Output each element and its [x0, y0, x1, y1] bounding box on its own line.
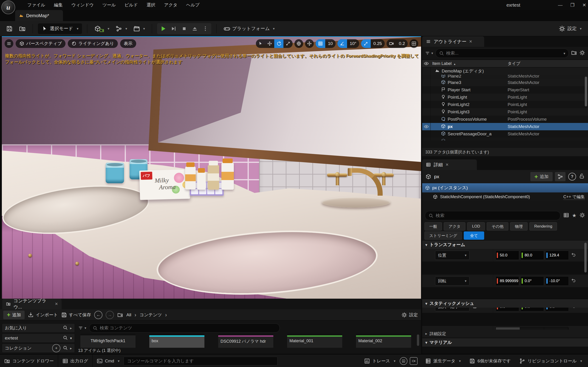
chip-misc[interactable]: その他 — [487, 222, 508, 231]
edit-cpp-link[interactable]: C++ で編集 — [563, 194, 585, 200]
snapshot-icon[interactable] — [410, 357, 418, 365]
menu-file[interactable]: ファイル — [23, 2, 50, 8]
derived-data-dropdown[interactable]: 派生データ — [421, 358, 465, 364]
asset-tile[interactable]: Material_001 — [287, 334, 342, 348]
move-tool-button[interactable] — [265, 39, 274, 48]
insights-icon[interactable] — [400, 357, 407, 365]
reset-location-button[interactable] — [571, 252, 576, 258]
cb-import-button[interactable]: インポート — [28, 312, 58, 318]
location-dropdown[interactable]: 位置 — [435, 251, 469, 260]
component-root-row[interactable]: px (インスタンス) — [422, 183, 588, 192]
rotation-y-field[interactable]: 0.0° — [520, 276, 544, 286]
details-search-input[interactable]: 検索 — [425, 211, 561, 220]
staticmesh-section-header[interactable]: スタティックメッシュ — [422, 299, 588, 308]
content-drawer-button[interactable]: コンテンツ ドロワー — [0, 354, 58, 367]
asset-tile[interactable]: Material_002 — [356, 334, 411, 348]
outliner-row-clipped[interactable]: Plane2 StaticMeshActor — [422, 75, 588, 79]
outliner-settings-button[interactable] — [579, 50, 585, 57]
location-y-field[interactable]: 80.0 — [520, 251, 544, 260]
outliner-filter-button[interactable] — [425, 51, 433, 56]
location-x-field[interactable]: 50.0 — [496, 251, 519, 260]
transform-section-header[interactable]: トランスフォーム — [422, 240, 588, 249]
view-mode-dropdown[interactable]: ライティングあり — [68, 39, 118, 48]
cb-search-input[interactable]: 検索 コンテンツ — [89, 323, 280, 333]
outliner-row[interactable]: PointLight PointLight — [422, 94, 588, 101]
chip-lod[interactable]: LOD — [467, 222, 485, 231]
breadcrumb-root[interactable]: All — [126, 312, 131, 317]
rotation-snap-control[interactable]: 10° — [337, 39, 359, 48]
search-icon[interactable] — [63, 325, 68, 331]
play-button[interactable] — [158, 24, 168, 34]
details-scrollbar[interactable] — [584, 243, 587, 273]
chip-rendering[interactable]: Rendering — [529, 222, 557, 231]
outliner-row[interactable]: PointLight2 PointLight — [422, 101, 588, 108]
perspective-dropdown[interactable]: パースペクティブ — [16, 39, 65, 48]
blueprints-button[interactable] — [113, 24, 129, 33]
menu-help[interactable]: ヘルプ — [182, 2, 204, 8]
save-button[interactable] — [4, 24, 15, 33]
close-icon[interactable] — [469, 39, 472, 44]
select-tool-button[interactable] — [256, 39, 265, 48]
unsaved-button[interactable]: 6個が未保存です — [465, 358, 515, 364]
column-type[interactable]: タイプ — [508, 61, 520, 66]
chip-general[interactable]: 一般 — [424, 222, 442, 231]
content-browser-tab[interactable]: コンテンツブラウ... — [2, 299, 61, 309]
revision-control-dropdown[interactable]: リビジョンコントロール — [515, 358, 588, 364]
cmd-dropdown[interactable]: Cmd — [93, 354, 124, 367]
menu-select[interactable]: 選択 — [142, 2, 160, 8]
rotation-dropdown[interactable]: 回転 — [435, 276, 469, 286]
cb-save-all-button[interactable]: すべて保存 — [61, 312, 91, 318]
rotate-tool-button[interactable] — [274, 39, 284, 48]
component-child-row[interactable]: StaticMeshComponent (StaticMeshComponent… — [422, 192, 588, 201]
column-item-label[interactable]: Item Label — [432, 61, 456, 66]
output-log-button[interactable]: 出力ログ — [58, 354, 92, 367]
details-tab[interactable]: 詳細 — [422, 159, 477, 170]
reset-rotation-button[interactable] — [571, 278, 576, 284]
menu-window[interactable]: ウィンドウ — [67, 2, 98, 8]
cb-settings-button[interactable]: 設定 — [401, 312, 418, 318]
scale-snap-control[interactable]: 0.25 — [361, 39, 385, 48]
chip-streaming[interactable]: ストリーミング — [424, 232, 462, 240]
close-icon[interactable] — [55, 301, 58, 307]
restore-button[interactable]: ❐ — [570, 2, 574, 8]
browse-content-button[interactable] — [17, 24, 27, 33]
rotation-x-field[interactable]: 89.999999 — [496, 276, 519, 286]
show-dropdown[interactable]: 表示 — [120, 39, 136, 48]
level-tab[interactable]: DemoMap* — [15, 10, 63, 21]
cb-forward-button[interactable]: → — [106, 311, 114, 319]
display-mode-button[interactable] — [563, 212, 569, 219]
close-button[interactable]: ✕ — [582, 2, 586, 8]
convert-blueprint-button[interactable] — [555, 172, 565, 181]
outliner-row[interactable]: Plane3 StaticMeshActor — [422, 79, 588, 86]
platforms-dropdown[interactable]: プラットフォーム — [222, 24, 277, 33]
console-input[interactable]: コンソールコマンドを入力します — [124, 357, 277, 365]
trace-dropdown[interactable]: トレース — [360, 358, 400, 364]
minimize-button[interactable]: — — [558, 2, 562, 8]
eye-icon[interactable] — [422, 61, 431, 66]
frame-skip-button[interactable] — [169, 24, 179, 34]
chip-actor[interactable]: アクタ — [444, 222, 465, 231]
unreal-logo[interactable]: u — [1, 0, 15, 14]
cb-back-button[interactable]: ← — [94, 311, 103, 319]
cb-add-button[interactable]: + 追加 — [3, 311, 25, 319]
asset-tile[interactable]: DSC09912 パノラマ hdr — [218, 334, 273, 348]
close-icon[interactable] — [446, 162, 449, 168]
chip-physics[interactable]: 物理 — [510, 222, 527, 231]
advanced-section-row[interactable]: 詳細設定 — [422, 330, 588, 338]
outliner-scrollbar[interactable] — [585, 77, 587, 106]
menu-edit[interactable]: 編集 — [50, 2, 67, 8]
asset-tile-folder[interactable]: TMHighTechPack1 — [80, 334, 136, 348]
outliner-row[interactable]: PostProcessVolume PostProcessVolume — [422, 116, 588, 123]
materials-section-header[interactable]: マテリアル — [422, 338, 588, 347]
lock-icon[interactable] — [579, 173, 585, 180]
stop-button[interactable] — [179, 24, 189, 34]
play-options-button[interactable] — [200, 24, 210, 34]
surface-snap-button[interactable] — [305, 39, 314, 48]
outliner-row[interactable]: DemoMap (エディタ) — [422, 67, 588, 75]
viewport-options-button[interactable] — [5, 39, 13, 48]
outliner-row[interactable]: SecretPassageDoor_a StaticMeshActor — [422, 130, 588, 138]
world-space-button[interactable] — [294, 39, 303, 48]
help-button[interactable]: ? — [568, 173, 576, 181]
menu-actor[interactable]: アクタ — [160, 2, 182, 8]
add-component-button[interactable]: +追加 — [530, 172, 553, 181]
